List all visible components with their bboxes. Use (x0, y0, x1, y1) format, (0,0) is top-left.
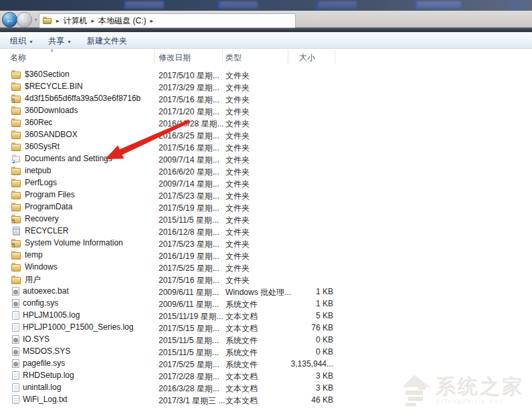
file-name-cell: RECYCLER (11, 226, 68, 235)
breadcrumb-separator-icon: ▸ (150, 17, 153, 24)
back-arrow-icon: ← (5, 15, 14, 25)
file-type: 文件夹 (226, 94, 250, 106)
file-row[interactable]: inetpub 2016/6/20 星期... 文件夹 (0, 165, 532, 177)
file-name: 360SANDBOX (25, 130, 78, 139)
folder-icon (11, 118, 21, 127)
file-row[interactable]: Program Files 2017/5/23 星期... 文件夹 (0, 189, 532, 201)
file-row[interactable]: 4d3f15b65d6ffa39a503e6f8716b 2017/5/16 星… (0, 93, 532, 105)
address-bar[interactable]: ▸ 计算机 ▸ 本地磁盘 (C:) ▸ (39, 13, 296, 28)
file-size: 3,135,944... (268, 359, 333, 369)
file-name: pagefile.sys (23, 358, 65, 368)
column-header-name[interactable]: 名称 (10, 52, 26, 64)
file-name-cell: ProgramData (11, 202, 72, 211)
file-type: 文本文档 (226, 311, 258, 322)
file-row[interactable]: IO.SYS 2015/11/5 星期... 系统文件 0 KB (0, 334, 532, 346)
history-dropdown-icon[interactable]: ▼ (33, 17, 38, 22)
file-row[interactable]: autoexec.bat 2009/6/11 星期... Windows 批处理… (0, 286, 532, 298)
blurred-background-tab (415, 1, 461, 9)
file-name: HPLJM1005.log (23, 310, 80, 320)
file-date: 2016/1/19 星期... (159, 251, 219, 262)
file-name-cell: Program Files (11, 190, 75, 199)
breadcrumb-item-computer[interactable]: 计算机 (64, 15, 88, 27)
new-folder-button[interactable]: 新建文件夹 (87, 35, 127, 47)
forward-arrow-icon: → (20, 15, 29, 25)
file-date: 2017/5/25 星期... (159, 263, 219, 274)
organize-button[interactable]: 组织 ▼ (10, 35, 33, 47)
column-header-date-modified[interactable]: 修改日期 (159, 52, 191, 64)
watermark-house-icon (397, 373, 432, 408)
breadcrumb-item-drive-c[interactable]: 本地磁盘 (C:) (98, 15, 146, 27)
back-button[interactable]: ← (2, 12, 17, 27)
file-row[interactable]: $RECYCLE.BIN 2017/3/29 星期... 文件夹 (0, 81, 532, 93)
system-file-icon (12, 335, 19, 344)
file-name: ProgramData (25, 202, 72, 211)
share-button[interactable]: 共享 ▼ (48, 35, 72, 47)
file-row[interactable]: ProgramData 2017/5/19 星期... 文件夹 (0, 201, 532, 213)
column-header-type[interactable]: 类型 (226, 52, 242, 64)
file-size: 1 KB (268, 299, 333, 308)
file-type: 文件夹 (226, 70, 250, 82)
file-row[interactable]: System Volume Information 2017/5/23 星期..… (0, 237, 532, 249)
file-name: 用户 (25, 274, 41, 286)
file-row[interactable]: MSDOS.SYS 2015/11/5 星期... 系统文件 0 KB (0, 346, 532, 358)
file-row[interactable]: 360SANDBOX 2016/3/25 星期... 文件夹 (0, 129, 532, 141)
blurred-background-tab (218, 1, 258, 9)
column-divider[interactable] (288, 49, 288, 64)
file-type: 文件夹 (226, 191, 250, 202)
file-row[interactable]: HPLJP1000_P1500_Series.log 2017/5/15 星期.… (0, 322, 532, 334)
file-name: unintall.log (23, 383, 61, 392)
file-row[interactable]: HPLJM1005.log 2015/11/19 星期... 文本文档 5 KB (0, 310, 532, 322)
watermark-subtext: XiTongZhiJia.Net (436, 398, 503, 405)
folder-icon (11, 70, 21, 79)
file-date: 2015/11/19 星期... (159, 311, 224, 322)
text-file-icon (12, 323, 19, 332)
file-name: config.sys (23, 298, 58, 308)
file-date: 2017/2/28 星期... (159, 371, 219, 383)
forward-button[interactable]: → (17, 12, 32, 27)
file-row[interactable]: pagefile.sys 2017/5/25 星期... 系统文件 3,135,… (0, 358, 532, 370)
column-divider[interactable] (154, 49, 155, 64)
file-row[interactable]: config.sys 2009/6/11 星期... 系统文件 1 KB (0, 298, 532, 310)
window-frame-divider (0, 27, 532, 32)
column-divider[interactable] (335, 49, 335, 64)
file-name-cell: Recovery (11, 214, 59, 223)
file-type: 文件夹 (226, 227, 250, 238)
file-type: 文件夹 (226, 275, 250, 286)
file-name-cell: PerfLogs (11, 178, 57, 187)
file-name: WiFi_Log.txt (23, 395, 68, 404)
breadcrumb-separator-icon: ▸ (56, 17, 60, 24)
file-name-cell: 360SysRt (11, 142, 60, 151)
file-row[interactable]: Recovery 2015/11/5 星期... 文件夹 (0, 213, 532, 225)
file-date: 2017/5/10 星期... (159, 70, 219, 82)
file-row[interactable]: 用户 2017/5/16 星期... 文件夹 (0, 274, 532, 286)
file-row[interactable]: 360SysRt 2017/5/16 星期... 文件夹 (0, 141, 532, 153)
file-size: 46 KB (268, 395, 333, 405)
file-name-cell: HPLJM1005.log (11, 310, 80, 320)
file-date: 2016/6/20 星期... (159, 167, 219, 178)
folder-icon (11, 167, 21, 175)
text-file-icon (12, 395, 19, 404)
column-header-size[interactable]: 大小 (299, 52, 315, 64)
lock-folder-icon (11, 215, 21, 223)
file-row[interactable]: $360Section 2017/5/10 星期... 文件夹 (0, 69, 532, 81)
file-row[interactable]: 360Rec 2016/10/28 星期... 文件夹 (0, 117, 532, 129)
system-file-icon (12, 347, 19, 356)
file-row[interactable]: Documents and Settings 2009/7/14 星期... 文… (0, 153, 532, 165)
file-row[interactable]: Windows 2017/5/25 星期... 文件夹 (0, 262, 532, 274)
file-type: 文件夹 (226, 179, 250, 190)
file-name-cell: 用户 (11, 274, 41, 286)
text-file-icon (12, 311, 19, 320)
file-name-cell: temp (11, 250, 43, 260)
column-divider[interactable] (222, 49, 223, 64)
file-row[interactable]: RECYCLER 2016/12/8 星期... 文件夹 (0, 225, 532, 237)
file-date: 2009/6/11 星期... (159, 287, 219, 298)
file-type: 文件夹 (226, 82, 250, 94)
file-date: 2017/5/25 星期... (159, 359, 219, 371)
file-date: 2017/5/15 星期... (159, 323, 219, 334)
file-name: 360SysRt (25, 142, 60, 151)
file-row[interactable]: 360Downloads 2017/1/20 星期... 文件夹 (0, 105, 532, 117)
file-type: 文件夹 (226, 251, 250, 262)
file-row[interactable]: temp 2016/1/19 星期... 文件夹 (0, 249, 532, 262)
file-row[interactable]: PerfLogs 2009/7/14 星期... 文件夹 (0, 177, 532, 189)
folder-icon (11, 191, 21, 199)
